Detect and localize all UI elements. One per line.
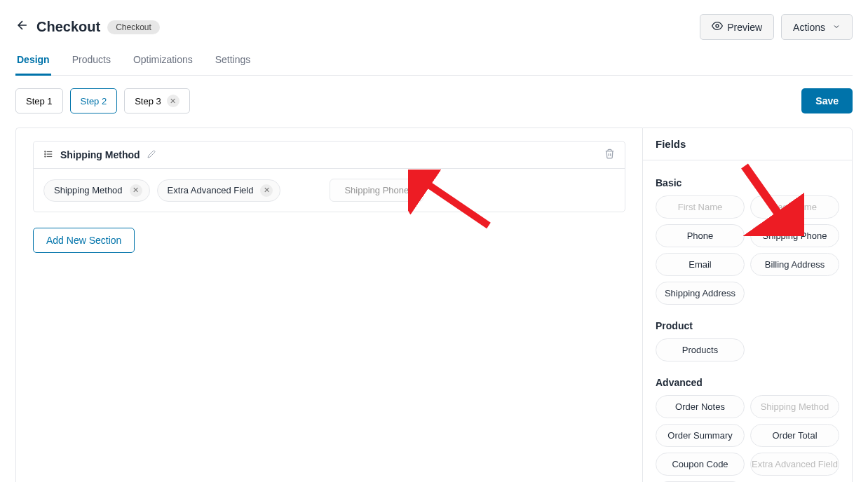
close-icon[interactable]: ✕ — [130, 184, 142, 197]
section-card: Shipping Method Shipping Method✕Extr — [33, 141, 625, 212]
step-label: Step 1 — [26, 96, 53, 106]
field-pill-label: Billing Address — [765, 259, 825, 270]
field-pill-label: First Name — [678, 202, 723, 212]
tab-settings[interactable]: Settings — [214, 54, 252, 75]
close-icon[interactable]: ✕ — [167, 95, 179, 107]
pencil-icon[interactable] — [147, 150, 156, 160]
eye-icon — [712, 20, 723, 34]
field-pill[interactable]: Email — [656, 253, 745, 276]
svg-point-6 — [45, 156, 46, 156]
field-group-label: Product — [656, 320, 839, 331]
field-pill: First Name — [656, 195, 745, 219]
field-pill: Extra Advanced Field — [750, 453, 839, 476]
field-chip[interactable]: Shipping Method✕ — [43, 179, 150, 202]
field-pill-label: Email — [689, 259, 712, 270]
preview-label: Preview — [727, 22, 762, 33]
tab-optimizations[interactable]: Optimizations — [132, 54, 194, 75]
field-pill-label: Shipping Phone — [763, 230, 827, 241]
field-pill[interactable]: Order Notes — [656, 395, 745, 418]
trash-icon[interactable] — [604, 149, 615, 161]
field-pill-label: Order Total — [772, 430, 817, 441]
page-header: Checkout Checkout Preview Actions — [15, 14, 853, 40]
tabs: DesignProductsOptimizationsSettings — [15, 54, 853, 76]
actions-label: Actions — [793, 22, 825, 33]
tab-products[interactable]: Products — [71, 54, 112, 75]
field-group-label: Advanced — [656, 377, 839, 388]
main-design-area: Shipping Method Shipping Method✕Extr — [15, 128, 642, 482]
field-pill-label: Phone — [687, 230, 714, 241]
field-group-label: Basic — [656, 177, 839, 188]
field-pill-label: Extra Advanced Field — [752, 459, 838, 469]
field-pill-label: Order Summary — [667, 430, 732, 441]
fields-panel-title: Fields — [643, 128, 852, 160]
field-pill-label: Order Notes — [675, 401, 725, 412]
save-button[interactable]: Save — [801, 88, 853, 113]
field-pill: Shipping Method — [750, 395, 839, 418]
field-chip[interactable]: Extra Advanced Field✕ — [157, 179, 281, 202]
step-label: Step 3 — [135, 96, 161, 106]
preview-button[interactable]: Preview — [700, 14, 774, 40]
svg-point-4 — [45, 151, 46, 151]
field-pill-label: Coupon Code — [672, 459, 728, 469]
ghost-drop-chip: Shipping Phone — [330, 179, 423, 202]
svg-point-0 — [716, 25, 719, 27]
tab-design[interactable]: Design — [15, 54, 51, 76]
field-pill-label: Shipping Method — [761, 401, 829, 412]
list-icon — [43, 149, 53, 161]
field-pill[interactable]: Products — [656, 338, 745, 362]
page-title: Checkout — [36, 19, 100, 35]
steps-row: Step 1Step 2Step 3✕ — [15, 88, 190, 113]
step-button-2[interactable]: Step 2 — [70, 88, 118, 113]
section-title: Shipping Method — [60, 149, 140, 160]
step-button-3[interactable]: Step 3✕ — [124, 88, 190, 113]
step-label: Step 2 — [81, 96, 107, 106]
field-pill[interactable]: Phone — [656, 224, 745, 247]
field-pill-label: Shipping Address — [665, 288, 735, 298]
field-pill-label: Last Name — [773, 202, 817, 212]
field-pill[interactable]: Billing Address — [750, 253, 839, 276]
chip-label: Extra Advanced Field — [168, 185, 254, 195]
actions-button[interactable]: Actions — [781, 14, 853, 40]
field-pill[interactable]: Shipping Address — [656, 282, 745, 305]
chevron-down-icon — [832, 22, 841, 32]
field-pill[interactable]: Order Summary — [656, 424, 745, 447]
close-icon[interactable]: ✕ — [260, 184, 273, 197]
chip-label: Shipping Method — [54, 185, 123, 195]
svg-point-5 — [45, 153, 46, 154]
add-section-button[interactable]: Add New Section — [33, 228, 135, 253]
field-pill[interactable]: Order Total — [750, 424, 839, 447]
field-pill[interactable]: Coupon Code — [656, 453, 745, 476]
field-pill: Last Name — [750, 195, 839, 219]
page-badge: Checkout — [107, 20, 160, 34]
step-button-1[interactable]: Step 1 — [15, 88, 63, 113]
fields-panel: Fields BasicFirst NameLast NamePhoneShip… — [642, 128, 853, 482]
back-arrow-icon[interactable] — [15, 18, 29, 36]
field-pill[interactable]: Shipping Phone — [750, 224, 839, 247]
field-pill-label: Products — [682, 345, 718, 355]
